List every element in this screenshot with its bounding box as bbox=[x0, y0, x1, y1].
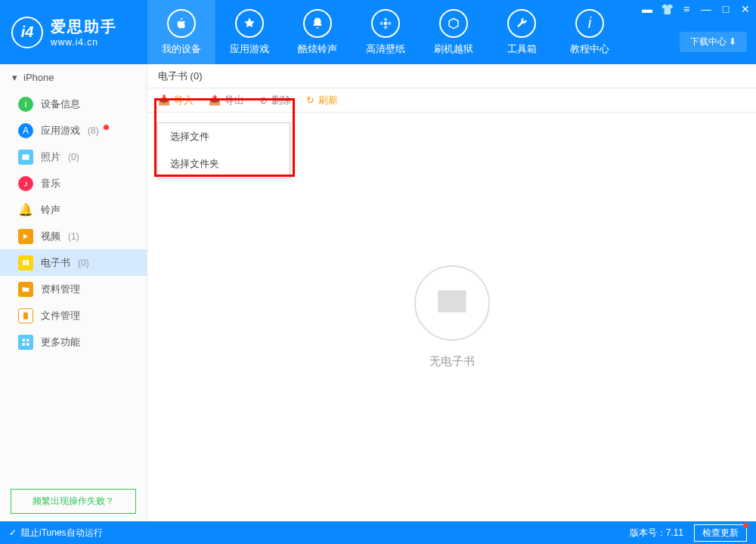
svg-rect-7 bbox=[23, 343, 26, 346]
delete-label: 删除 bbox=[271, 94, 291, 107]
brand-url: www.i4.cn bbox=[51, 37, 117, 48]
apps-icon: A bbox=[18, 123, 33, 138]
device-selector[interactable]: ▾ iPhone bbox=[0, 64, 147, 91]
bell-icon bbox=[303, 9, 332, 38]
check-update-button[interactable]: 检查更新 bbox=[694, 524, 747, 542]
svg-rect-8 bbox=[26, 343, 29, 346]
brand-name: 爱思助手 bbox=[51, 17, 117, 37]
sidebar-item-label: 电子书 bbox=[41, 256, 70, 270]
version-text: 版本号：7.11 bbox=[630, 527, 683, 539]
sidebar-item-label: 资料管理 bbox=[41, 283, 80, 296]
download-center-label: 下载中心 bbox=[690, 36, 727, 47]
sidebar-item-more[interactable]: 更多功能 bbox=[0, 329, 147, 355]
svg-point-4 bbox=[388, 21, 392, 25]
video-icon bbox=[18, 229, 33, 244]
top-nav: 我的设备 应用游戏 酷炫铃声 高清壁纸 刷机越狱 工具箱 i 教程中心 bbox=[147, 0, 624, 64]
grid-icon bbox=[18, 335, 33, 350]
sidebar-item-count: (0) bbox=[78, 258, 89, 268]
empty-book-icon bbox=[414, 265, 490, 341]
appstore-icon bbox=[235, 9, 264, 38]
nav-ringtones[interactable]: 酷炫铃声 bbox=[284, 0, 352, 64]
dropdown-select-folder[interactable]: 选择文件夹 bbox=[158, 150, 290, 178]
nav-wallpapers[interactable]: 高清壁纸 bbox=[352, 0, 420, 64]
block-itunes-toggle[interactable]: ✓ 阻止iTunes自动运行 bbox=[9, 527, 103, 539]
sidebar-item-label: 更多功能 bbox=[41, 335, 80, 349]
apple-icon bbox=[167, 9, 196, 38]
import-button[interactable]: 📥 导入 bbox=[158, 94, 194, 107]
notification-dot-icon bbox=[104, 125, 109, 130]
window-controls: ▬ 👕 ≡ — □ ✕ bbox=[641, 3, 751, 15]
sidebar-item-ebooks[interactable]: 电子书 (0) bbox=[0, 249, 147, 276]
sidebar-item-videos[interactable]: 视频 (1) bbox=[0, 223, 147, 249]
nav-label: 教程中心 bbox=[570, 42, 609, 56]
refresh-button[interactable]: ↻ 刷新 bbox=[306, 94, 338, 107]
toolbar: 📥 导入 📤 导出 ⊘ 删除 ↻ 刷新 bbox=[147, 88, 756, 113]
nav-flash[interactable]: 刷机越狱 bbox=[420, 0, 488, 64]
chevron-down-icon: ▾ bbox=[12, 72, 17, 83]
logo-text: 爱思助手 www.i4.cn bbox=[51, 17, 117, 48]
tab-ebooks[interactable]: 电子书 (0) bbox=[147, 64, 756, 88]
footer: ✓ 阻止iTunes自动运行 版本号：7.11 检查更新 bbox=[0, 521, 756, 544]
nav-tutorials[interactable]: i 教程中心 bbox=[556, 0, 624, 64]
menu-icon[interactable]: ≡ bbox=[680, 3, 692, 15]
logo-icon: i4 bbox=[11, 17, 43, 48]
nav-label: 刷机越狱 bbox=[434, 42, 473, 56]
dropdown-select-file[interactable]: 选择文件 bbox=[158, 123, 290, 150]
nav-label: 酷炫铃声 bbox=[298, 42, 337, 56]
close-icon[interactable]: ✕ bbox=[739, 3, 751, 15]
info-icon: i bbox=[575, 9, 604, 38]
empty-text: 无电子书 bbox=[429, 354, 475, 369]
nav-label: 应用游戏 bbox=[230, 42, 269, 56]
sidebar-item-label: 应用游戏 bbox=[41, 124, 80, 138]
block-itunes-label: 阻止iTunes自动运行 bbox=[21, 527, 103, 539]
delete-button[interactable]: ⊘ 删除 bbox=[259, 94, 291, 107]
download-center-button[interactable]: 下载中心 ⬇ bbox=[680, 32, 747, 52]
export-icon: 📤 bbox=[209, 94, 221, 106]
music-icon: ♪ bbox=[18, 176, 33, 191]
sidebar-item-label: 视频 bbox=[41, 230, 60, 243]
sidebar-item-count: (8) bbox=[88, 125, 99, 136]
sidebar-item-data[interactable]: 资料管理 bbox=[0, 276, 147, 302]
export-button[interactable]: 📤 导出 bbox=[209, 94, 244, 107]
folder-icon bbox=[18, 282, 33, 297]
import-dropdown: 选择文件 选择文件夹 bbox=[157, 122, 290, 178]
help-button[interactable]: 频繁出现操作失败？ bbox=[11, 489, 136, 514]
flower-icon bbox=[371, 9, 400, 38]
export-label: 导出 bbox=[225, 94, 244, 107]
book-icon bbox=[18, 255, 33, 270]
sidebar-item-apps[interactable]: A 应用游戏 (8) bbox=[0, 117, 147, 144]
wrench-icon bbox=[507, 9, 536, 38]
nav-toolbox[interactable]: 工具箱 bbox=[488, 0, 556, 64]
skin-icon[interactable]: 👕 bbox=[661, 3, 673, 15]
refresh-icon: ↻ bbox=[306, 94, 314, 106]
notification-dot-icon bbox=[743, 523, 748, 528]
nav-label: 我的设备 bbox=[162, 42, 201, 56]
nav-label: 高清壁纸 bbox=[366, 42, 405, 56]
svg-rect-6 bbox=[26, 338, 29, 342]
nav-apps[interactable]: 应用游戏 bbox=[215, 0, 284, 64]
sidebar-item-label: 音乐 bbox=[41, 177, 60, 190]
minimize-icon[interactable]: — bbox=[700, 3, 712, 15]
logo-area: i4 爱思助手 www.i4.cn bbox=[0, 17, 147, 48]
box-icon bbox=[439, 9, 468, 38]
sidebar-item-files[interactable]: 文件管理 bbox=[0, 302, 147, 329]
sidebar: ▾ iPhone i 设备信息 A 应用游戏 (8) 照片 (0) ♪ 音乐 bbox=[0, 64, 147, 521]
nav-label: 工具箱 bbox=[507, 42, 537, 56]
sidebar-list: i 设备信息 A 应用游戏 (8) 照片 (0) ♪ 音乐 🔔 铃声 bbox=[0, 91, 147, 481]
device-name: iPhone bbox=[23, 72, 54, 83]
nav-my-device[interactable]: 我的设备 bbox=[147, 0, 215, 64]
svg-point-0 bbox=[384, 21, 388, 25]
import-icon: 📥 bbox=[158, 94, 170, 106]
info-icon: i bbox=[18, 97, 33, 112]
sidebar-item-count: (0) bbox=[68, 152, 79, 162]
sidebar-item-device-info[interactable]: i 设备信息 bbox=[0, 91, 147, 117]
sidebar-item-music[interactable]: ♪ 音乐 bbox=[0, 170, 147, 196]
feedback-icon[interactable]: ▬ bbox=[641, 3, 653, 15]
header: i4 爱思助手 www.i4.cn 我的设备 应用游戏 酷炫铃声 高清壁纸 刷机… bbox=[0, 0, 756, 64]
maximize-icon[interactable]: □ bbox=[720, 3, 732, 15]
delete-icon: ⊘ bbox=[259, 94, 268, 106]
sidebar-item-ringtones[interactable]: 🔔 铃声 bbox=[0, 196, 147, 223]
check-icon: ✓ bbox=[9, 527, 17, 538]
sidebar-item-photos[interactable]: 照片 (0) bbox=[0, 144, 147, 170]
svg-point-1 bbox=[384, 17, 388, 21]
